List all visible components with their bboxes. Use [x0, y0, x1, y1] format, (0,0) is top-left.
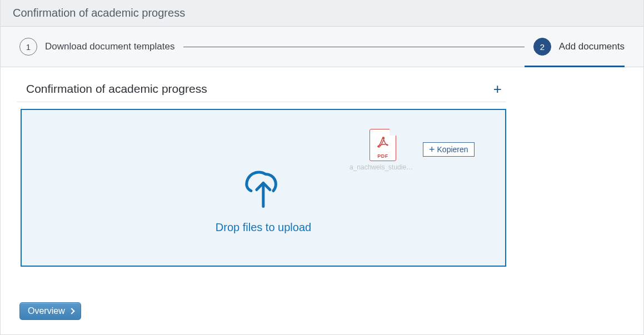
panel-heading: Confirmation of academic progress	[26, 82, 207, 96]
step-2-circle: 2	[533, 38, 551, 56]
copy-label: Kopieren	[437, 145, 468, 154]
dragged-file-preview: PDF a_nachweis_studien… + Kopieren	[350, 129, 488, 171]
page-title: Confirmation of academic progress	[13, 7, 185, 19]
upload-cloud-icon	[216, 167, 311, 213]
step-1-number: 1	[26, 42, 31, 52]
wizard-step-1[interactable]: 1 Download document templates	[19, 38, 174, 56]
active-step-underline	[525, 66, 625, 67]
add-document-button[interactable]: +	[489, 82, 506, 96]
step-2-number: 2	[540, 42, 545, 52]
step-2-label: Add documents	[559, 41, 625, 52]
chevron-right-icon	[68, 308, 74, 314]
step-1-circle: 1	[19, 38, 37, 56]
plus-icon: +	[493, 81, 502, 97]
page-title-bar: Confirmation of academic progress	[1, 0, 643, 27]
dragged-filename: a_nachweis_studien…	[350, 163, 416, 171]
wizard-connector	[183, 47, 524, 47]
overview-button-label: Overview	[28, 306, 65, 316]
pdf-file-icon: PDF	[370, 129, 396, 161]
drop-center: Drop files to upload	[216, 167, 311, 234]
overview-button[interactable]: Overview	[19, 302, 81, 320]
drop-label: Drop files to upload	[216, 221, 311, 234]
upload-panel: Confirmation of academic progress + Drop…	[17, 78, 506, 320]
pdf-symbol-icon	[376, 136, 390, 150]
copy-context-option[interactable]: + Kopieren	[423, 142, 475, 157]
file-dropzone[interactable]: Drop files to upload PDF a_nachweis_stud…	[21, 109, 506, 267]
wizard-step-2[interactable]: 2 Add documents	[533, 38, 625, 56]
wizard-steps-bar: 1 Download document templates 2 Add docu…	[1, 27, 643, 67]
step-1-label: Download document templates	[45, 41, 174, 52]
panel-header: Confirmation of academic progress +	[17, 78, 506, 102]
dragged-file-stack: PDF a_nachweis_studien…	[350, 129, 416, 171]
pdf-badge-text: PDF	[377, 153, 388, 159]
plus-icon: +	[429, 144, 435, 154]
